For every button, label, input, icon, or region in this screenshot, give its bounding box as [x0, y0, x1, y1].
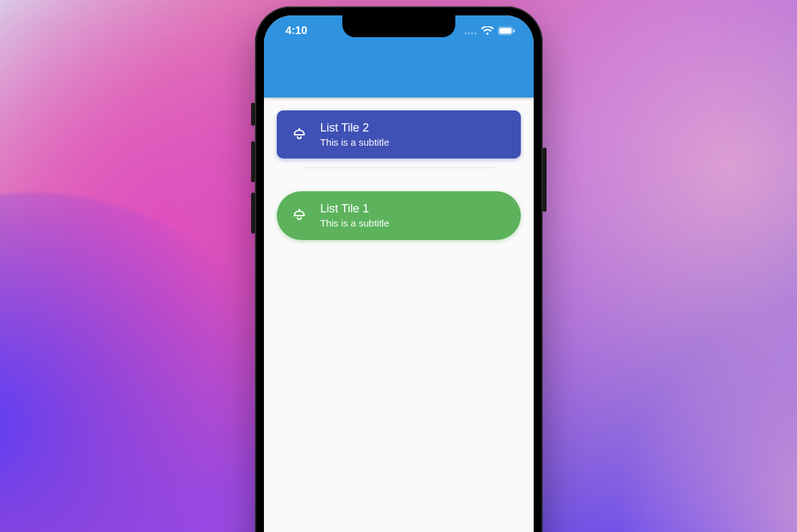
wifi-icon [481, 26, 494, 35]
svg-point-3 [474, 33, 476, 35]
list-tile-title: List Tile 2 [320, 121, 390, 135]
lamp-icon [291, 207, 308, 224]
svg-point-2 [471, 33, 473, 35]
list-tile-1[interactable]: List Tile 1 This is a subtitle [277, 191, 521, 239]
phone-frame: 4:10 [255, 6, 543, 532]
list-tile-subtitle: This is a subtitle [320, 218, 390, 230]
phone-side-button [251, 103, 255, 126]
phone-screen: 4:10 [264, 15, 534, 532]
phone-notch [342, 15, 455, 37]
phone-side-button [251, 193, 255, 234]
battery-icon [498, 26, 516, 35]
cellular-icon [464, 27, 477, 35]
status-time: 4:10 [286, 24, 308, 37]
phone-side-button [543, 148, 547, 212]
list-tile-subtitle: This is a subtitle [320, 137, 390, 149]
content-area: List Tile 2 This is a subtitle List Tile… [264, 98, 534, 532]
phone-side-button [251, 141, 255, 182]
svg-point-0 [464, 33, 466, 35]
svg-rect-5 [499, 28, 511, 34]
svg-point-1 [468, 33, 469, 35]
list-tile-2[interactable]: List Tile 2 This is a subtitle [277, 110, 521, 159]
status-indicators [464, 26, 516, 35]
list-tile-title: List Tile 1 [320, 202, 390, 216]
lamp-icon [291, 126, 308, 143]
divider [302, 167, 495, 168]
svg-rect-6 [513, 30, 515, 33]
